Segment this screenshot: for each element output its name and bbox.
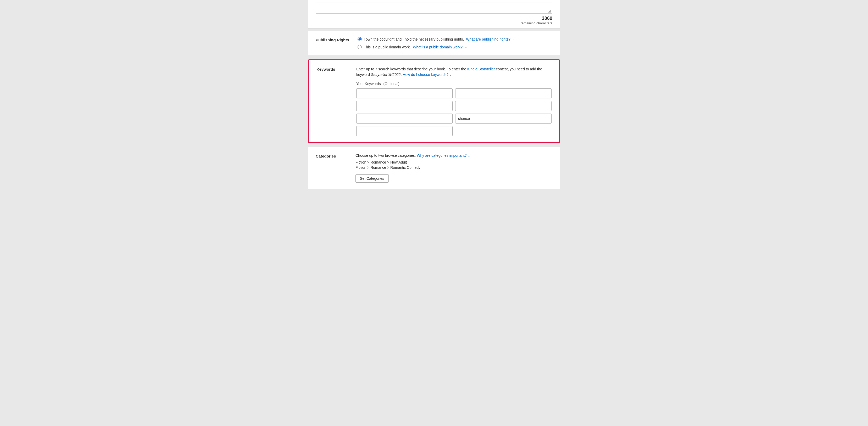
optional-label: (Optional) [383,81,399,86]
divider-2 [308,57,560,59]
publishing-rights-label: Publishing Rights [316,37,349,49]
chevron-icon-categories: ⌄ [468,154,470,157]
keyword-input-2[interactable] [455,89,552,98]
your-keywords-label: Your Keywords (Optional) [356,81,552,86]
keyword-input-4[interactable] [455,101,552,111]
chevron-icon-2: ⌄ [465,45,467,49]
keywords-desc-end: . [401,72,402,77]
categories-label: Categories [316,153,347,183]
how-choose-keywords-link[interactable]: How do I choose keywords? [403,72,448,77]
chars-section: ◢ 3060 remaining characters [308,0,560,29]
keywords-content: Enter up to 7 search keywords that descr… [356,66,552,136]
keyword-input-1[interactable] [356,89,453,98]
keyword-input-3[interactable] [356,101,453,111]
description-textarea-placeholder: ◢ [316,3,552,13]
radio-public-domain[interactable] [358,45,362,49]
keyword-input-5[interactable] [356,113,453,124]
divider-4 [308,191,560,193]
radio-own-copyright[interactable] [358,37,362,41]
public-domain-text: This is a public domain work. [364,45,411,49]
chars-count: 3060 [316,16,552,21]
publishing-radio-group: I own the copyright and I hold the neces… [358,37,553,49]
page-wrapper: ◢ 3060 remaining characters Publishing R… [308,0,560,193]
chevron-icon-1: ⌄ [513,38,515,41]
publishing-option-1[interactable]: I own the copyright and I hold the neces… [358,37,553,41]
categories-description: Choose up to two browse categories. Why … [355,153,552,158]
publishing-rights-content: I own the copyright and I hold the neces… [358,37,553,49]
categories-desc-text: Choose up to two browse categories. [355,153,416,158]
what-is-public-domain-link[interactable]: What is a public domain work? [413,45,463,49]
publishing-rights-section: Publishing Rights I own the copyright an… [308,31,560,56]
your-keywords-text: Your Keywords [356,81,381,86]
keywords-description: Enter up to 7 search keywords that descr… [356,66,552,77]
publishing-option-2[interactable]: This is a public domain work. What is a … [358,45,553,49]
chars-label: remaining characters [316,21,552,25]
categories-content: Choose up to two browse categories. Why … [355,153,552,183]
keywords-desc-pre: Enter up to 7 search keywords that descr… [356,67,467,71]
keyword-input-7[interactable] [356,126,453,136]
set-categories-button[interactable]: Set Categories [355,174,389,183]
categories-section: Categories Choose up to two browse categ… [308,147,560,189]
keywords-section: Keywords Enter up to 7 search keywords t… [308,59,560,143]
why-categories-link[interactable]: Why are categories important? [417,153,467,158]
divider-1 [308,29,560,31]
storyteller-code: StorytellerUK2022 [371,72,401,77]
category-1: Fiction > Romance > New Adult [355,160,552,164]
category-2: Fiction > Romance > Romantic Comedy [355,165,552,170]
what-are-publishing-rights-link[interactable]: What are publishing rights? [466,37,510,41]
own-copyright-text: I own the copyright and I hold the neces… [364,37,464,41]
keywords-label: Keywords [316,66,348,136]
keyword-input-6[interactable] [455,113,552,124]
divider-3 [308,145,560,147]
keywords-grid [356,89,552,136]
chevron-icon-keywords: ⌄ [450,73,452,76]
chars-remaining-block: 3060 remaining characters [316,16,552,25]
kindle-storyteller-link[interactable]: Kindle Storyteller [467,67,495,71]
